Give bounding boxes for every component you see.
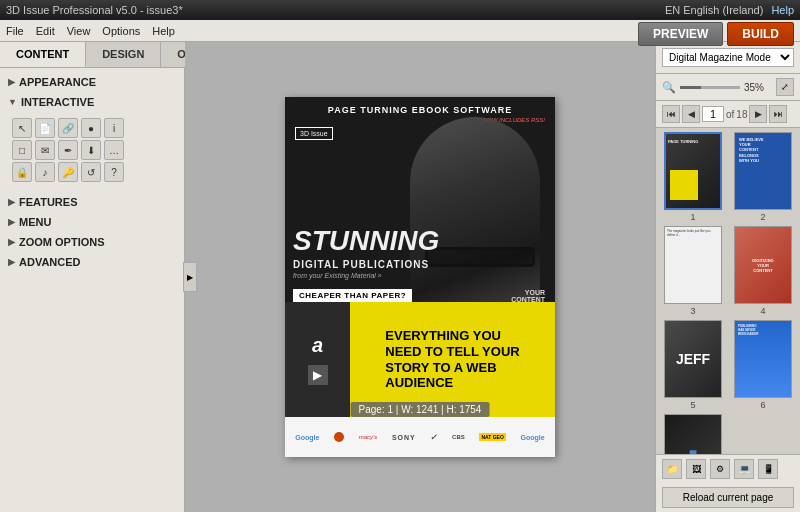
titlebar: 3D Issue Professional v5.0 - issue3* EN … — [0, 0, 800, 20]
page-navigation: ⏮ ◀ of 18 ▶ ⏭ — [656, 101, 800, 128]
mag-digital-text: DIGITAL PUBLICATIONS — [293, 259, 429, 270]
mode-dropdown[interactable]: Digital Magazine Mode — [662, 48, 794, 67]
thumb-num-1: 1 — [690, 212, 695, 222]
thumb-img-6: PUBLISHINGHAS NEVERBEEN EASIER — [734, 320, 792, 398]
logo-macys: macy's — [359, 434, 377, 440]
nav-first-button[interactable]: ⏮ — [662, 105, 680, 123]
thumbnail-3[interactable]: The magazine looks just like you define … — [660, 226, 726, 316]
sidebar-section-zoom[interactable]: ZOOM OPTIONS — [0, 232, 184, 252]
thumb-img-1: PAGE TURNING — [664, 132, 722, 210]
logo-google1: Google — [295, 434, 319, 441]
thumb-img-7: ■ — [664, 414, 722, 454]
icon-question[interactable]: ? — [104, 162, 124, 182]
icon-download[interactable]: ⬇ — [81, 140, 101, 160]
thumbnail-2[interactable]: WE BELIEVEYOURCONTENTBELONGSWITH YOU 2 — [730, 132, 796, 222]
right-panel-bottom: 📁 🖼 ⚙ 💻 📱 — [656, 454, 800, 483]
icon-refresh[interactable]: ↺ — [81, 162, 101, 182]
interactive-icon-row3: 🔒 ♪ 🔑 ↺ ? — [12, 162, 172, 182]
thumbnail-4[interactable]: DIGITIZINGYOURCONTENT 4 — [730, 226, 796, 316]
nav-next-button[interactable]: ▶ — [749, 105, 767, 123]
icon-box[interactable]: □ — [12, 140, 32, 160]
menu-options[interactable]: Options — [102, 25, 140, 37]
interactive-icon-row1: ↖ 📄 🔗 ● i — [12, 118, 172, 138]
thumbnail-6[interactable]: PUBLISHINGHAS NEVERBEEN EASIER 6 — [730, 320, 796, 410]
thumb-img-3: The magazine looks just like you define … — [664, 226, 722, 304]
lang-label: EN English (Ireland) — [665, 4, 763, 16]
panel-icon-5[interactable]: 📱 — [758, 459, 778, 479]
sidebar: APPEARANCE INTERACTIVE ↖ 📄 🔗 ● i □ ✉ ✒ — [0, 68, 184, 512]
icon-mail[interactable]: ✉ — [35, 140, 55, 160]
nav-prev-button[interactable]: ◀ — [682, 105, 700, 123]
zoom-icon: 🔍 — [662, 81, 676, 94]
panel-icon-4[interactable]: 💻 — [734, 459, 754, 479]
panel-expand-arrow[interactable]: ▶ — [183, 262, 197, 292]
mag-fromyour-text: from your Existing Material » — [293, 272, 382, 279]
menu-edit[interactable]: Edit — [36, 25, 55, 37]
icon-edit[interactable]: ✒ — [58, 140, 78, 160]
nav-last-button[interactable]: ⏭ — [769, 105, 787, 123]
zoom-slider[interactable] — [680, 86, 740, 89]
mag-nav-letter: a — [312, 334, 323, 357]
tab-content[interactable]: CONTENT — [0, 42, 86, 67]
icon-page[interactable]: 📄 — [35, 118, 55, 138]
thumb-num-5: 5 — [690, 400, 695, 410]
panel-icon-3[interactable]: ⚙ — [710, 459, 730, 479]
app-title: 3D Issue Professional v5.0 - issue3* — [6, 4, 183, 16]
logo-cbs: CBS — [452, 434, 465, 440]
zoom-fit-button[interactable]: ⤢ — [776, 78, 794, 96]
help-link[interactable]: Help — [771, 4, 794, 16]
sidebar-section-menu[interactable]: MENU — [0, 212, 184, 232]
sidebar-section-appearance[interactable]: APPEARANCE — [0, 72, 184, 92]
page-number-input[interactable] — [702, 106, 724, 122]
tab-design[interactable]: DESIGN — [86, 42, 161, 67]
logo-natgeo: NAT GEO — [479, 433, 505, 441]
thumbnail-7[interactable]: ■ 7 — [660, 414, 726, 454]
mag-nav-arrow[interactable]: ▶ — [308, 365, 328, 385]
thumb-num-3: 3 — [690, 306, 695, 316]
interactive-icons-container: ↖ 📄 🔗 ● i □ ✉ ✒ ⬇ … 🔒 ♪ 🔑 ↺ — [0, 112, 184, 192]
icon-cursor[interactable]: ↖ — [12, 118, 32, 138]
status-bar: Page: 1 | W: 1241 | H: 1754 — [351, 402, 490, 417]
icon-dot[interactable]: ● — [81, 118, 101, 138]
menu-view[interactable]: View — [67, 25, 91, 37]
zoom-controls: 🔍 35% ⤢ — [656, 74, 800, 101]
reload-button[interactable]: Reload current page — [662, 487, 794, 508]
icon-info[interactable]: i — [104, 118, 124, 138]
logo-google2: Google — [520, 434, 544, 441]
mag-yellow-box: EVERYTHING YOUNEED TO TELL YOURSTORY TO … — [350, 302, 555, 417]
page-canvas: PAGE TURNING EBOOK SOFTWARE NOW INCLUDES… — [285, 97, 555, 457]
sidebar-section-advanced[interactable]: ADVANCED — [0, 252, 184, 272]
menu-help[interactable]: Help — [152, 25, 175, 37]
mag-logos-bar: Google macy's SONY ✓ CBS NAT GEO Google — [285, 417, 555, 457]
zoom-slider-fill — [680, 86, 701, 89]
sidebar-section-interactive[interactable]: INTERACTIVE — [0, 92, 184, 112]
panel-icon-2[interactable]: 🖼 — [686, 459, 706, 479]
thumb-img-5: JEFF — [664, 320, 722, 398]
build-button[interactable]: BUILD — [727, 22, 794, 46]
mag-nav-box: a ▶ — [285, 302, 350, 417]
mag-stunning-text: STUNNING — [293, 227, 439, 255]
mag-yellow-text: EVERYTHING YOUNEED TO TELL YOURSTORY TO … — [377, 320, 527, 398]
thumbnail-1[interactable]: PAGE TURNING 1 — [660, 132, 726, 222]
thumbnail-5[interactable]: JEFF 5 — [660, 320, 726, 410]
panel-icon-1[interactable]: 📁 — [662, 459, 682, 479]
canvas-area: PAGE TURNING EBOOK SOFTWARE NOW INCLUDES… — [185, 42, 655, 512]
mode-select-container: Digital Magazine Mode — [656, 42, 800, 74]
thumb-img-4: DIGITIZINGYOURCONTENT — [734, 226, 792, 304]
page-total: 18 — [736, 109, 747, 120]
icon-link[interactable]: 🔗 — [58, 118, 78, 138]
person-glasses — [425, 247, 535, 267]
thumb-num-6: 6 — [760, 400, 765, 410]
logo-sony: SONY — [392, 434, 416, 441]
icon-music[interactable]: ♪ — [35, 162, 55, 182]
menu-file[interactable]: File — [6, 25, 24, 37]
thumb-num-4: 4 — [760, 306, 765, 316]
mag-logo: 3D Issue — [295, 127, 333, 140]
sidebar-section-features[interactable]: FEATURES — [0, 192, 184, 212]
zoom-value: 35% — [744, 82, 772, 93]
icon-lock[interactable]: 🔒 — [12, 162, 32, 182]
icon-more[interactable]: … — [104, 140, 124, 160]
preview-button[interactable]: PREVIEW — [638, 22, 723, 46]
tab-bar: CONTENT DESIGN OUTPUT — [0, 42, 184, 68]
icon-lock2[interactable]: 🔑 — [58, 162, 78, 182]
